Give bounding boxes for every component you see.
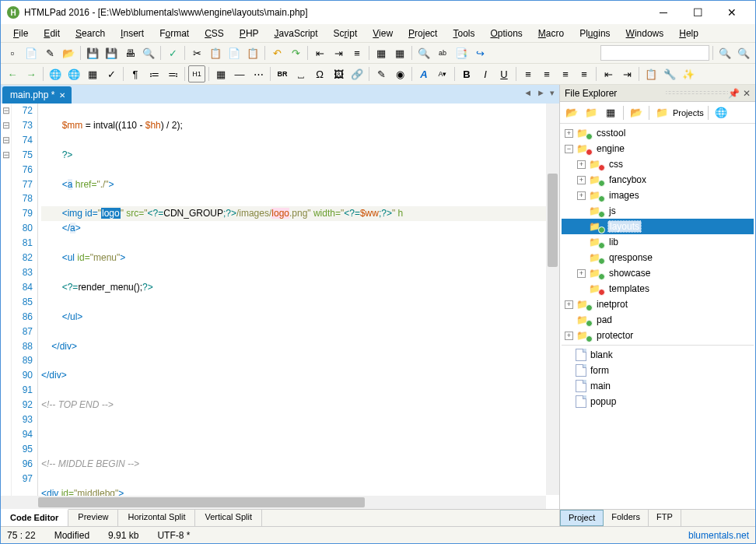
tree-protector[interactable]: +📁protector xyxy=(562,328,754,343)
wand-icon[interactable]: ✨ xyxy=(680,65,697,82)
fold-gutter[interactable]: ⊟⊟⊟⊟ xyxy=(1,104,12,509)
search-icon[interactable]: 🔍 xyxy=(140,44,157,61)
open-folder-icon[interactable]: 📂 xyxy=(628,104,645,121)
save-all-icon[interactable]: 💾 xyxy=(103,44,120,61)
menu-windows[interactable]: Windows xyxy=(620,26,670,40)
viewtab-hsplit[interactable]: Horizontal Split xyxy=(118,510,195,526)
file-main[interactable]: main xyxy=(562,378,754,394)
tab-close-icon[interactable]: ✕ xyxy=(59,91,65,100)
tree-lib[interactable]: 📁lib xyxy=(562,234,754,250)
maximize-button[interactable]: ☐ xyxy=(681,2,715,23)
bold-icon[interactable]: B xyxy=(458,65,475,82)
menu-script[interactable]: Script xyxy=(327,26,364,40)
menu-options[interactable]: Options xyxy=(484,26,528,40)
line-gutter[interactable]: 7273747576777879808182838485868788899091… xyxy=(12,104,38,509)
validate-icon[interactable]: ✓ xyxy=(103,65,120,82)
find-next-icon[interactable]: 🔍 xyxy=(716,44,733,61)
projects-icon[interactable]: 📁 xyxy=(653,104,670,121)
indent-icon[interactable]: ⇥ xyxy=(618,65,635,82)
replace-icon[interactable]: ab xyxy=(434,44,451,61)
status-encoding[interactable]: UTF-8 * xyxy=(157,530,190,541)
editor-vscrollbar[interactable] xyxy=(546,104,559,495)
highlight-icon[interactable]: ✎ xyxy=(373,65,390,82)
tree-css[interactable]: +📁css xyxy=(562,156,754,172)
menu-search[interactable]: Search xyxy=(69,26,111,40)
goto-icon[interactable]: 📑 xyxy=(453,44,470,61)
menu-macro[interactable]: Macro xyxy=(532,26,570,40)
table-insert-icon[interactable]: ▦ xyxy=(212,65,229,82)
color-icon[interactable]: ◉ xyxy=(391,65,408,82)
italic-icon[interactable]: I xyxy=(477,65,494,82)
tree-engine[interactable]: −📁engine xyxy=(562,141,754,156)
code-editor[interactable]: ⊟⊟⊟⊟ 72737475767778798081828384858687888… xyxy=(1,104,559,509)
font-size-icon[interactable]: A▾ xyxy=(434,65,451,82)
menu-format[interactable]: Format xyxy=(153,26,195,40)
tree-pad[interactable]: 📁pad xyxy=(562,312,754,328)
redo-icon[interactable]: ↷ xyxy=(287,44,304,61)
align-right-icon[interactable]: ≡ xyxy=(557,65,574,82)
copy-icon[interactable]: 📋 xyxy=(207,44,224,61)
tab-main-php[interactable]: main.php * ✕ xyxy=(2,86,72,104)
panel-close-icon[interactable]: ✕ xyxy=(743,88,751,99)
search-input[interactable] xyxy=(600,45,709,61)
align-left-icon[interactable]: ≡ xyxy=(520,65,537,82)
projects-label[interactable]: Projects xyxy=(673,108,704,118)
save-icon[interactable]: 💾 xyxy=(84,44,101,61)
close-button[interactable]: ✕ xyxy=(715,2,749,23)
panel-pin-icon[interactable]: 📌 xyxy=(728,88,740,99)
tree-inetprot[interactable]: +📁inetprot xyxy=(562,297,754,312)
tree-csstool[interactable]: +📁csstool xyxy=(562,125,754,141)
hr-icon[interactable]: — xyxy=(231,65,248,82)
viewtab-code-editor[interactable]: Code Editor xyxy=(1,509,68,526)
indent-left-icon[interactable]: ⇤ xyxy=(311,44,328,61)
tab-prev-icon[interactable]: ◄ xyxy=(522,88,534,98)
tree-showcase[interactable]: +📁showcase xyxy=(562,265,754,281)
new-file-icon[interactable]: ▫ xyxy=(4,44,21,61)
tool-icon[interactable]: 🔧 xyxy=(661,65,678,82)
browser-icon[interactable]: 🌐 xyxy=(65,65,82,82)
comment-icon[interactable]: ⋯ xyxy=(250,65,267,82)
paste-icon[interactable]: 📄 xyxy=(226,44,243,61)
font-icon[interactable]: A xyxy=(415,65,432,82)
nbsp-icon[interactable]: ⎵ xyxy=(292,65,310,82)
menu-php[interactable]: PHP xyxy=(233,26,265,40)
refresh-icon[interactable]: 📁 xyxy=(583,104,600,121)
menu-help[interactable]: Help xyxy=(673,26,705,40)
edit-icon[interactable]: ✎ xyxy=(41,44,58,61)
list-ul-icon[interactable]: ≔ xyxy=(145,65,163,82)
open-icon[interactable]: 📂 xyxy=(60,44,77,61)
new-doc-icon[interactable]: 📄 xyxy=(23,44,40,61)
file-blank[interactable]: blank xyxy=(562,347,754,363)
bookmark-icon[interactable]: ↪ xyxy=(471,44,488,61)
paneltab-folders[interactable]: Folders xyxy=(604,510,649,526)
menu-css[interactable]: CSS xyxy=(198,26,230,40)
format-icon[interactable]: ≡ xyxy=(348,44,366,61)
undo-icon[interactable]: ↶ xyxy=(268,44,285,61)
tree-templates[interactable]: 📁templates xyxy=(562,281,754,297)
menu-view[interactable]: View xyxy=(366,26,399,40)
minimize-button[interactable]: ─ xyxy=(646,2,681,23)
tree-layouts[interactable]: 📁layouts xyxy=(562,219,754,234)
clipboard-icon[interactable]: 📋 xyxy=(244,44,261,61)
menu-javascript[interactable]: JavaScript xyxy=(268,26,324,40)
align-justify-icon[interactable]: ≡ xyxy=(576,65,593,82)
forward-icon[interactable]: → xyxy=(23,65,40,82)
tab-menu-icon[interactable]: ▾ xyxy=(548,88,556,98)
viewtab-preview[interactable]: Preview xyxy=(68,510,118,526)
menu-edit[interactable]: Edit xyxy=(37,26,66,40)
link-icon[interactable]: 🔗 xyxy=(348,65,366,82)
preview-icon[interactable]: ▦ xyxy=(84,65,101,82)
menu-insert[interactable]: Insert xyxy=(114,26,150,40)
paneltab-ftp[interactable]: FTP xyxy=(649,510,681,526)
menu-file[interactable]: File xyxy=(7,26,34,40)
spellcheck-icon[interactable]: ✓ xyxy=(164,44,181,61)
tab-next-icon[interactable]: ► xyxy=(535,88,547,98)
view-icon[interactable]: ▦ xyxy=(602,104,619,121)
tree-images[interactable]: +📁images xyxy=(562,188,754,203)
menu-project[interactable]: Project xyxy=(402,26,443,40)
tree-qresponse[interactable]: 📁qresponse xyxy=(562,250,754,265)
tree-fancybox[interactable]: +📁fancybox xyxy=(562,172,754,188)
globe-icon[interactable]: 🌐 xyxy=(47,65,64,82)
file-popup[interactable]: popup xyxy=(562,394,754,409)
br-icon[interactable]: BR xyxy=(274,65,291,82)
